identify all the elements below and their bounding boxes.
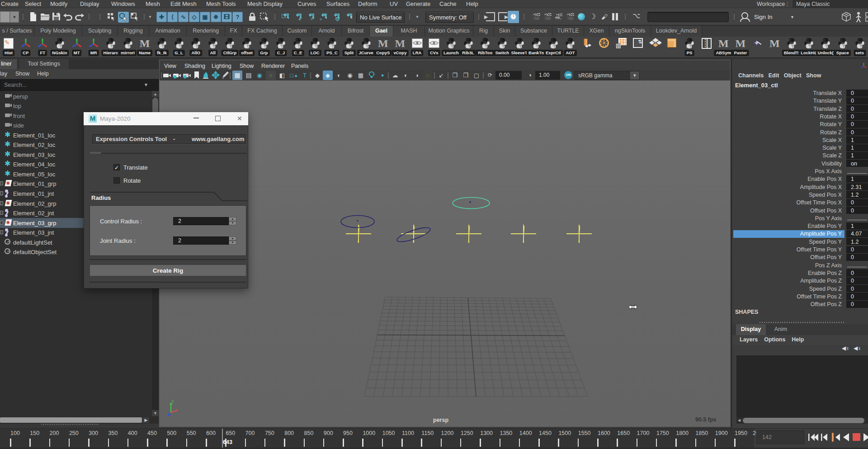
- svg-text:y: y: [172, 399, 174, 403]
